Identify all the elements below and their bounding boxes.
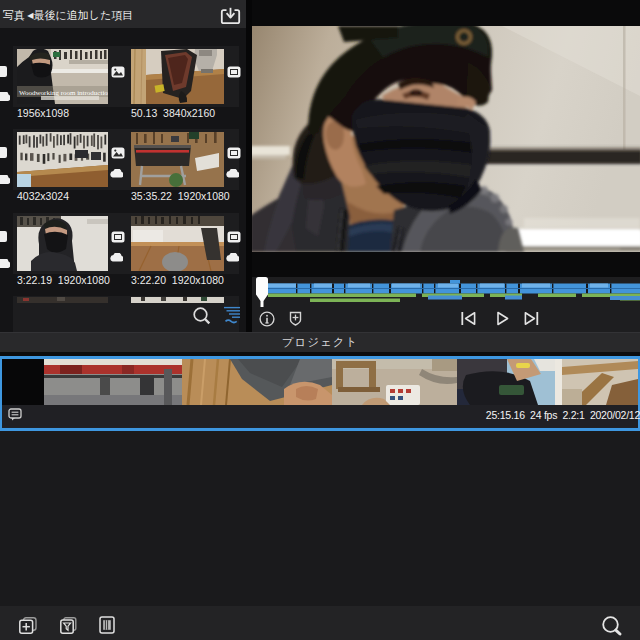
svg-text:Woodworking room introduction: Woodworking room introduction (19, 89, 108, 97)
